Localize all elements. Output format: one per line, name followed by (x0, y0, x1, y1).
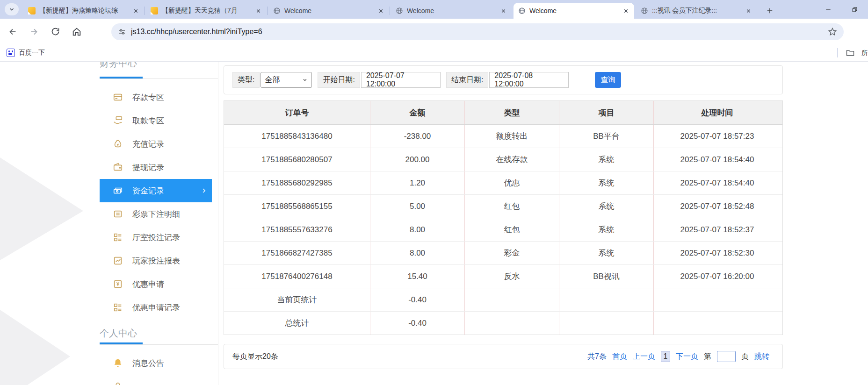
table-row: 1751866827427385 8.00 彩金 系统 2025-07-07 1… (224, 241, 782, 264)
sidebar-item-withdraw-record[interactable]: 提现记录 (100, 156, 212, 179)
browser-tab-4[interactable]: Welcome (391, 3, 512, 19)
cell-amount: 15.40 (370, 265, 465, 288)
cell-type: 优惠 (465, 171, 559, 194)
baidu-icon (7, 49, 15, 57)
cell-type: 在线存款 (465, 148, 559, 171)
sidebar-item-label: 玩家投注报表 (132, 256, 180, 266)
cell-amount: 200.00 (370, 148, 465, 171)
hall-bet-record-icon (113, 232, 123, 242)
table-row: 1751885843136480 -238.00 额度转出 BB平台 2025-… (224, 125, 782, 148)
funds-record-table: 订单号 金额 类型 项目 处理时间 1751885843136480 -238.… (224, 100, 783, 335)
page-jump-input[interactable] (717, 351, 736, 362)
cell-order-id: 1751885843136480 (224, 125, 370, 148)
cell-order-id: 1751885557633276 (224, 218, 370, 241)
sidebar-item-recharge-record[interactable]: 充值记录 (100, 132, 212, 156)
sidebar-item-deposit[interactable]: 存款专区 (100, 86, 212, 109)
window-restore-button[interactable] (847, 2, 861, 16)
tab-search-button[interactable] (5, 3, 19, 15)
table-header-row: 订单号 金额 类型 项目 处理时间 (224, 101, 782, 125)
column-header: 类型 (465, 101, 559, 124)
back-button[interactable] (7, 27, 18, 37)
all-bookmarks-folder[interactable] (846, 48, 855, 57)
cell-empty (559, 288, 654, 311)
tab-close-icon[interactable] (254, 7, 262, 14)
sidebar-item-message-announcement[interactable]: 消息公告 (100, 351, 212, 375)
prev-page-link[interactable]: 上一页 (633, 352, 655, 362)
wallet-icon (113, 162, 123, 172)
bookmark-star-icon[interactable] (828, 27, 837, 36)
globe-favicon (518, 7, 526, 14)
column-header: 项目 (559, 101, 654, 124)
sidebar-item-promo-apply[interactable]: 优惠申请 (100, 272, 212, 296)
browser-tab-6[interactable]: :::视讯 会员下注纪录::: (636, 3, 757, 19)
home-button[interactable] (72, 27, 82, 37)
tab-close-icon[interactable] (132, 7, 139, 14)
bookmark-label: 百度一下 (19, 49, 45, 57)
bookmark-baidu[interactable]: 百度一下 (7, 44, 45, 61)
withdraw-hand-icon (113, 115, 123, 126)
jump-suffix-text: 页 (741, 352, 749, 362)
end-date-input[interactable]: 2025-07-08 12:00:00 (489, 72, 569, 88)
section-underline (100, 77, 218, 79)
reload-button[interactable] (51, 27, 60, 36)
site-info-icon[interactable] (118, 28, 126, 36)
jump-prefix-text: 第 (704, 352, 711, 362)
cell-type: 红包 (465, 195, 559, 218)
tab-close-icon[interactable] (377, 7, 384, 14)
cell-order-id: 1751885680280507 (224, 148, 370, 171)
cell-type: 反水 (465, 265, 559, 288)
type-select[interactable]: 全部 (260, 72, 312, 88)
sidebar-item-lottery-bet-detail[interactable]: 彩票下注明细 (100, 202, 212, 226)
sidebar-item-hall-bet-record[interactable]: 厅室投注记录 (100, 226, 212, 249)
sidebar-item-partial[interactable] (100, 375, 212, 385)
current-page-badge[interactable]: 1 (661, 351, 670, 362)
sidebar-item-promo-apply-record[interactable]: 优惠申请记录 (100, 296, 212, 319)
new-tab-button[interactable] (763, 4, 776, 17)
forum-favicon (151, 7, 158, 14)
cell-amount: 1.20 (370, 171, 465, 194)
chevron-down-icon (8, 6, 15, 13)
window-minimize-button[interactable] (821, 2, 835, 16)
browser-tab-2[interactable]: 【新提醒】天天竞猜（7月 (146, 3, 267, 19)
cell-time: 2025-07-07 18:52:37 (654, 218, 781, 241)
browser-tab-1[interactable]: 【新提醒】海燕策略论坛综 (23, 3, 144, 19)
watermark-triangle (0, 310, 70, 385)
bell-icon (113, 358, 123, 368)
cell-amount: -0.40 (370, 312, 465, 335)
sidebar-item-withdraw[interactable]: 取款专区 (100, 109, 212, 132)
chevron-right-icon (201, 187, 207, 194)
sidebar-item-label: 充值记录 (132, 139, 164, 150)
table-row: 1751885680292985 1.20 优惠 系统 2025-07-07 1… (224, 171, 782, 194)
address-bar[interactable]: js13.cc/hhcp/usercenter.html?iniType=6 (111, 23, 844, 40)
chevron-down-icon (302, 77, 308, 83)
player-report-icon (113, 256, 123, 266)
tab-title: Welcome (407, 7, 496, 14)
jump-action-link[interactable]: 跳转 (754, 352, 769, 362)
tab-close-icon[interactable] (745, 7, 752, 14)
cell-time: 2025-07-07 18:54:40 (654, 148, 781, 171)
cell-time: 2025-07-07 16:20:00 (654, 265, 781, 288)
tab-close-icon[interactable] (499, 7, 507, 14)
forum-favicon (28, 7, 36, 14)
sidebar-item-funds-record[interactable]: 资金记录 (100, 179, 212, 202)
next-page-link[interactable]: 下一页 (676, 352, 698, 362)
cell-project: 系统 (559, 218, 654, 241)
bookmarks-divider (837, 48, 838, 57)
cell-project: 系统 (559, 242, 654, 264)
search-button[interactable]: 查询 (595, 72, 621, 88)
browser-tab-3[interactable]: Welcome (268, 3, 389, 19)
tab-close-icon[interactable] (622, 7, 629, 14)
plus-icon (766, 7, 774, 15)
first-page-link[interactable]: 首页 (612, 352, 627, 362)
cell-empty (654, 312, 781, 335)
browser-tab-5-active[interactable]: Welcome (514, 3, 634, 19)
sidebar-item-player-bet-report[interactable]: 玩家投注报表 (100, 249, 212, 272)
cell-amount: 8.00 (370, 242, 465, 264)
cell-project: 系统 (559, 171, 654, 194)
page-content: 财务中心 存款专区 取款专区 充值记录 提现记录 资金记录 (0, 62, 868, 385)
cell-project: BB平台 (559, 125, 654, 148)
forward-button[interactable] (29, 27, 39, 37)
globe-favicon (273, 7, 281, 14)
start-date-input[interactable]: 2025-07-07 12:00:00 (361, 72, 441, 88)
start-date-label: 开始日期: (318, 72, 360, 88)
